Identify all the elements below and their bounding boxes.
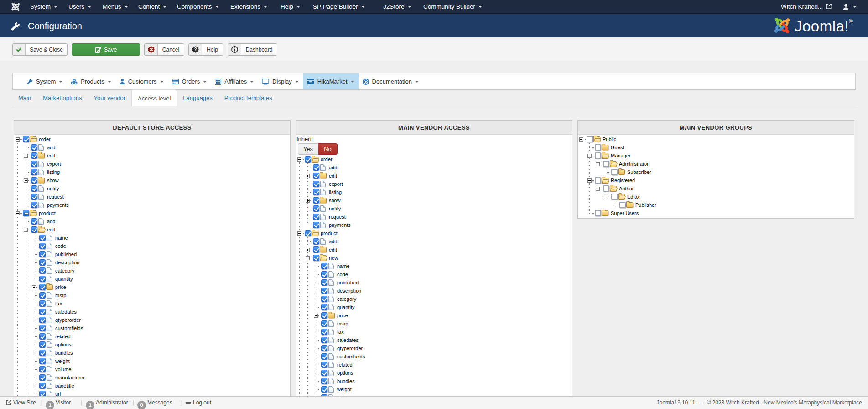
svg-text:?: ? xyxy=(194,47,197,52)
